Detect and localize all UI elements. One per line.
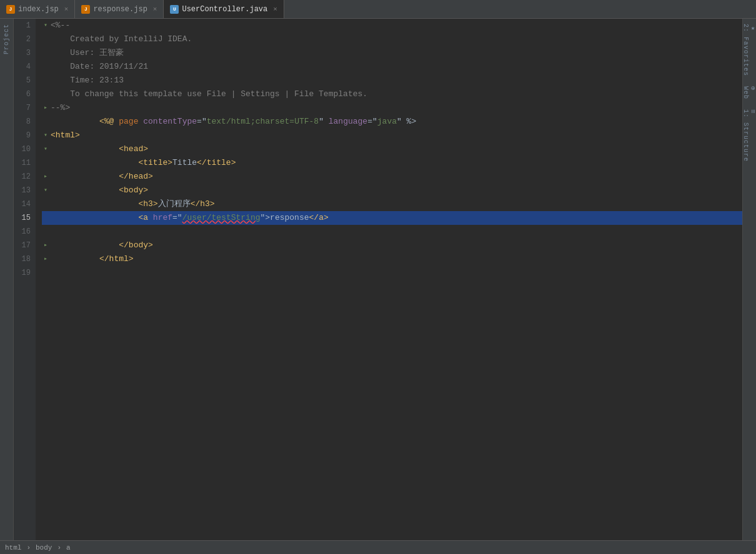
line-num-17: 17 (14, 239, 36, 252)
tab-icon-response: J (81, 5, 90, 14)
line-num-13: 13 (14, 184, 36, 197)
code-token-5-1: Time: 23:13 (51, 74, 124, 87)
tab-icon-index: J (6, 5, 15, 14)
code-token-19-1 (51, 266, 56, 280)
code-token-3-1: User: 王智豪 (51, 46, 124, 60)
code-line-5: Time: 23:13 (42, 74, 742, 87)
right-tab-favorites[interactable]: ★ 2: Favorites (741, 19, 757, 81)
tab-label-response: response.jsp (93, 5, 147, 14)
tab-label-usercontroller: UserController.java (182, 5, 267, 14)
fold-icon-10[interactable]: ▾ (42, 146, 49, 153)
fold-icon-9[interactable]: ▾ (42, 132, 49, 139)
line-num-5: 5 (14, 74, 36, 87)
tab-label-index: index.jsp (18, 5, 59, 14)
status-html[interactable]: html (5, 544, 21, 552)
code-token-4-1: Date: 2019/11/21 (51, 60, 148, 74)
status-bar: html › body › a (0, 540, 756, 554)
code-line-3: User: 王智豪 (42, 46, 742, 60)
tab-usercontroller-java[interactable]: U UserController.java × (164, 0, 284, 18)
code-area[interactable]: ▾ <%-- Created by IntelliJ IDEA. User: 王… (36, 19, 742, 540)
line-num-14: 14 (14, 197, 36, 211)
line-num-15: 15 (14, 211, 36, 225)
right-tab-structure-label: 1: Structure (742, 109, 749, 162)
fold-icon-4 (42, 63, 49, 71)
line-num-1: 1 (14, 19, 36, 32)
code-line-17: ▸ </body> (42, 239, 742, 252)
status-a[interactable]: a (66, 544, 71, 552)
tab-close-usercontroller[interactable]: × (273, 6, 277, 13)
fold-icon-18[interactable]: ▸ (42, 255, 49, 263)
code-line-2: Created by IntelliJ IDEA. (42, 32, 742, 46)
line-num-3: 3 (14, 46, 36, 60)
fold-icon-6 (42, 91, 49, 98)
tab-close-response[interactable]: × (153, 6, 157, 13)
right-tab-favorites-label: 2: Favorites (742, 24, 749, 76)
tab-bar: J index.jsp × J response.jsp × U UserCon… (0, 0, 756, 19)
fold-icon-3 (42, 49, 49, 57)
right-tab-web[interactable]: ⊕ Web (741, 81, 757, 104)
editor-area: 1 2 3 4 5 6 7 8 9 10 11 12 13 14 15 16 1… (14, 19, 742, 540)
code-line-8: <%@ page contentType="text/html;charset=… (42, 115, 742, 129)
fold-icon-15 (42, 214, 49, 222)
tab-icon-usercontroller: U (170, 5, 179, 14)
fold-icon-12[interactable]: ▸ (42, 173, 49, 181)
line-num-11: 11 (14, 156, 36, 170)
tab-index-jsp[interactable]: J index.jsp × (0, 0, 75, 18)
line-num-12: 12 (14, 170, 36, 184)
code-line-6: To change this template use File | Setti… (42, 87, 742, 101)
right-tab-structure[interactable]: ≡ 1: Structure (741, 104, 756, 167)
favorites-icon: ★ (749, 24, 757, 74)
fold-icon-8 (42, 118, 49, 126)
fold-icon-1[interactable]: ▾ (42, 22, 49, 29)
line-num-6: 6 (14, 87, 36, 101)
line-num-2: 2 (14, 32, 36, 46)
sidebar-project-label[interactable]: Project (3, 19, 10, 59)
fold-icon-2 (42, 36, 49, 43)
tab-close-index[interactable]: × (64, 6, 69, 13)
main-area: Project 1 2 3 4 5 6 7 8 9 10 11 12 13 14… (0, 19, 756, 540)
status-body[interactable]: body (36, 544, 52, 552)
line-num-10: 10 (14, 142, 36, 156)
code-line-18: ▸ </html> (42, 252, 742, 266)
left-sidebar: Project (0, 19, 14, 540)
fold-icon-14 (42, 200, 49, 208)
line-num-8: 8 (14, 115, 36, 129)
code-token-6-1: To change this template use File | Setti… (51, 87, 367, 101)
fold-icon-19 (42, 269, 49, 277)
status-arrow-1: › (26, 544, 31, 552)
code-token-2-1: Created by IntelliJ IDEA. (51, 32, 192, 46)
code-line-4: Date: 2019/11/21 (42, 60, 742, 74)
fold-icon-5 (42, 77, 49, 84)
code-line-19 (42, 266, 742, 280)
line-num-18: 18 (14, 252, 36, 266)
line-num-16: 16 (14, 225, 36, 239)
code-line-15: <a href="/user/testString">response</a> (42, 211, 742, 225)
line-num-9: 9 (14, 129, 36, 142)
fold-icon-16 (42, 228, 49, 235)
right-sidebar: ★ 2: Favorites ⊕ Web ≡ 1: Structure (742, 19, 756, 540)
structure-icon: ≡ (749, 109, 756, 160)
status-arrow-2: › (57, 544, 61, 552)
line-num-4: 4 (14, 60, 36, 74)
code-token-1-1: <%-- (51, 19, 70, 32)
fold-icon-7[interactable]: ▸ (42, 104, 49, 112)
line-numbers: 1 2 3 4 5 6 7 8 9 10 11 12 13 14 15 16 1… (14, 19, 36, 540)
tab-response-jsp[interactable]: J response.jsp × (75, 0, 164, 18)
fold-icon-11 (42, 159, 49, 167)
fold-icon-17[interactable]: ▸ (42, 242, 49, 249)
right-tab-web-label: Web (742, 86, 749, 99)
code-line-1: ▾ <%-- (42, 19, 742, 32)
web-icon: ⊕ (749, 86, 757, 97)
line-num-7: 7 (14, 101, 36, 115)
fold-icon-13[interactable]: ▾ (42, 187, 49, 194)
line-num-19: 19 (14, 266, 36, 280)
